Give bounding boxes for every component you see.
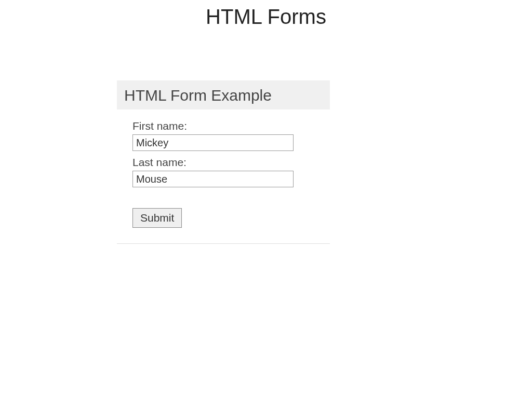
page-title: HTML Forms: [0, 0, 532, 34]
first-name-label: First name:: [132, 120, 314, 132]
last-name-input[interactable]: [132, 171, 294, 187]
submit-button[interactable]: Submit: [132, 208, 182, 228]
example-header: HTML Form Example: [117, 80, 330, 109]
example-heading: HTML Form Example: [124, 87, 323, 104]
last-name-label: Last name:: [132, 156, 314, 169]
form-body: First name: Last name: Submit: [117, 109, 330, 243]
first-name-input[interactable]: [132, 134, 294, 151]
form-example-container: HTML Form Example First name: Last name:…: [117, 80, 330, 244]
